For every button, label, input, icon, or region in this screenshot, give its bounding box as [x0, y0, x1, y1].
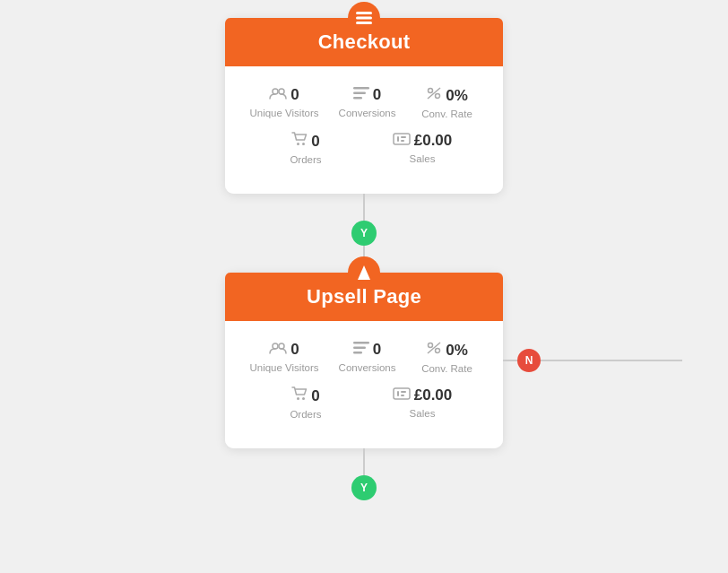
checkout-conversions-value: 0 [373, 86, 381, 104]
upsell-stats-row1: 0 Unique Visitors [241, 341, 487, 374]
connector-dot-y1[interactable]: Y [351, 221, 377, 246]
checkout-visitors-value: 0 [290, 86, 299, 104]
upsell-stats-row2: 0 Orders [241, 386, 487, 420]
svg-point-27 [302, 397, 305, 400]
visitors-icon [269, 86, 287, 104]
checkout-conv-rate: 0% Conv. Rate [416, 86, 479, 119]
flow-container: Checkout [0, 0, 728, 500]
conv-rate-icon [426, 86, 442, 105]
checkout-conversions: 0 Conversions [336, 86, 399, 119]
svg-point-23 [429, 343, 433, 348]
svg-rect-7 [353, 97, 362, 100]
upsell-top-icon [348, 256, 380, 289]
upsell-orders: 0 Orders [274, 386, 337, 420]
connector-2-line-top [363, 448, 365, 475]
svg-rect-20 [353, 342, 369, 344]
upsell-visitors-value: 0 [290, 341, 299, 359]
svg-rect-29 [397, 391, 399, 396]
checkout-sales-value: £0.00 [414, 132, 453, 150]
checkout-stats-row1: 0 Unique Visitors [241, 86, 487, 119]
checkout-conversions-label: Conversions [339, 108, 396, 118]
svg-rect-0 [356, 12, 372, 14]
svg-point-18 [273, 343, 278, 349]
upsell-sales-value: £0.00 [414, 386, 453, 404]
checkout-sales: £0.00 Sales [391, 132, 454, 165]
svg-rect-5 [353, 87, 369, 90]
upsell-conv-rate-value: 0% [446, 342, 468, 360]
svg-rect-28 [394, 388, 410, 399]
checkout-sales-label: Sales [410, 153, 436, 164]
svg-point-9 [436, 94, 440, 99]
orders-icon [291, 132, 308, 151]
svg-rect-6 [353, 92, 366, 95]
upsell-orders-value: 0 [311, 387, 319, 405]
checkout-orders-label: Orders [290, 154, 321, 165]
n-badge-line [503, 360, 517, 361]
connector-line-top [363, 194, 365, 221]
sales-icon [393, 132, 411, 150]
checkout-stats-row2: 0 Orders [241, 132, 487, 165]
upsell-sales-label: Sales [410, 408, 436, 419]
svg-rect-1 [356, 17, 372, 20]
checkout-visitors-label: Unique Visitors [249, 108, 318, 118]
checkout-body: 0 Unique Visitors [225, 66, 503, 194]
checkout-conv-rate-label: Conv. Rate [421, 109, 472, 119]
svg-rect-16 [401, 140, 404, 142]
checkout-card: Checkout [225, 18, 503, 194]
checkout-orders-value: 0 [311, 133, 319, 151]
upsell-conversions-icon [353, 341, 369, 359]
checkout-conv-rate-value: 0% [446, 87, 468, 105]
upsell-visitors-icon [269, 341, 287, 359]
svg-rect-22 [353, 352, 362, 354]
svg-rect-21 [353, 347, 366, 350]
upsell-card: N Upsell Page [225, 273, 503, 448]
svg-rect-14 [397, 136, 399, 142]
svg-point-3 [273, 89, 278, 94]
n-badge[interactable]: N [517, 349, 541, 372]
svg-marker-17 [358, 265, 370, 280]
upsell-sales: £0.00 Sales [391, 386, 454, 420]
svg-point-19 [279, 343, 284, 349]
connector-2: Y [351, 448, 377, 500]
connector-dot-y2[interactable]: Y [351, 475, 377, 500]
svg-point-4 [279, 89, 284, 94]
n-line-ext [539, 360, 682, 361]
upsell-conv-rate-label: Conv. Rate [421, 363, 472, 374]
upsell-orders-label: Orders [290, 409, 321, 420]
upsell-conv-rate-icon [426, 341, 442, 360]
svg-point-12 [302, 143, 305, 145]
upsell-conversions-value: 0 [373, 341, 381, 359]
checkout-unique-visitors: 0 Unique Visitors [249, 86, 318, 119]
checkout-orders: 0 Orders [274, 132, 337, 165]
upsell-conversions-label: Conversions [339, 362, 396, 373]
conversions-icon [353, 86, 369, 104]
upsell-visitors-label: Unique Visitors [249, 362, 318, 373]
svg-point-11 [297, 143, 299, 145]
upsell-conversions: 0 Conversions [336, 341, 399, 374]
upsell-card-wrapper: N Upsell Page [225, 273, 503, 448]
svg-rect-2 [356, 22, 372, 24]
svg-point-26 [297, 397, 299, 400]
checkout-card-wrapper: Checkout [225, 18, 503, 194]
upsell-unique-visitors: 0 Unique Visitors [249, 341, 318, 374]
upsell-conv-rate: 0% Conv. Rate [416, 341, 479, 374]
svg-rect-31 [401, 395, 404, 396]
upsell-sales-icon [393, 386, 411, 404]
svg-point-8 [429, 89, 433, 93]
svg-rect-13 [394, 134, 410, 144]
svg-rect-15 [401, 136, 406, 138]
upsell-body: 0 Unique Visitors [225, 321, 503, 448]
upsell-orders-icon [291, 386, 308, 405]
checkout-top-icon [348, 2, 380, 34]
svg-rect-30 [401, 391, 406, 393]
svg-point-24 [436, 349, 440, 353]
